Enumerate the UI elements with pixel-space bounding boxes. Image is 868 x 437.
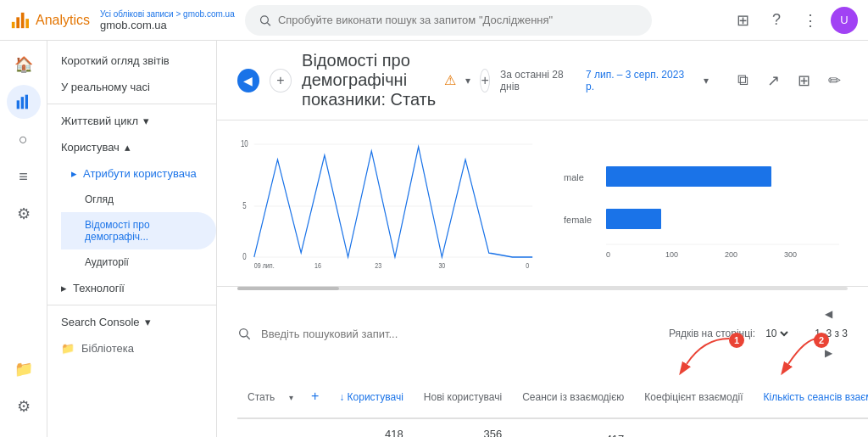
table-toolbar: Рядків на сторінці: 10 25 50 ◀ 1–3 з 3 ▶ <box>237 290 848 377</box>
lifecycle-group[interactable]: Життєвий цикл ▾ <box>47 108 216 134</box>
user-attributes-group[interactable]: ▸ Атрибути користувача <box>61 160 216 187</box>
home-icon-nav[interactable]: 🏠 <box>7 48 41 81</box>
svg-text:female: female <box>564 215 592 225</box>
total-label <box>237 418 329 437</box>
user-group[interactable]: Користувач ▴ <box>47 134 216 160</box>
svg-text:200: 200 <box>725 250 737 259</box>
share-icon-button[interactable]: ↗ <box>760 67 787 94</box>
prev-page-button[interactable]: ◀ <box>815 300 842 328</box>
add-comparison-button[interactable]: + <box>270 69 292 92</box>
report-overview-item[interactable]: Короткий огляд звітів <box>47 48 216 74</box>
svg-text:30: 30 <box>438 261 445 270</box>
search-bar[interactable] <box>245 5 652 36</box>
svg-text:5: 5 <box>242 201 246 210</box>
table-search-input[interactable] <box>261 328 515 340</box>
icon-sidebar: 🏠 ○ ≡ ⚙ 📁 ⚙ <box>0 41 47 437</box>
demographic-details-item[interactable]: Відомості про демографіч... <box>61 212 216 249</box>
svg-text:100: 100 <box>665 250 678 259</box>
search-console-group[interactable]: Search Console ▾ <box>47 309 216 335</box>
title-dropdown-button[interactable]: ▾ <box>463 67 473 94</box>
svg-rect-1 <box>16 17 19 28</box>
svg-rect-22 <box>606 166 771 187</box>
col-header-sessions[interactable]: Сеанси із взаємодією <box>512 377 634 418</box>
svg-text:0: 0 <box>242 252 246 261</box>
svg-rect-8 <box>25 95 27 109</box>
table-area: Рядків на сторінці: 10 25 50 ◀ 1–3 з 3 ▶ <box>217 290 868 437</box>
svg-text:0: 0 <box>606 250 610 259</box>
compare-icon-button[interactable]: ⧉ <box>729 67 756 94</box>
settings-icon-nav[interactable]: ⚙ <box>7 197 41 231</box>
edit-icon-button[interactable]: ✏ <box>821 67 848 94</box>
rows-per-page-select[interactable]: 10 25 50 <box>762 327 791 340</box>
col-header-gender[interactable]: Стать ▾ + <box>237 377 329 418</box>
account-info: Усі облікові записи > gmob.com.ua gmob.c… <box>100 9 235 31</box>
svg-point-29 <box>240 329 248 337</box>
help-button[interactable]: ? <box>763 7 790 34</box>
nav-sidebar: Короткий огляд звітів У реальному часі Ж… <box>47 41 217 437</box>
svg-line-5 <box>267 22 270 25</box>
svg-rect-3 <box>25 19 29 28</box>
total-rate: 50% Сер. 0% <box>634 418 753 437</box>
col-header-rate[interactable]: Коефіцієнт взаємодії <box>634 377 753 418</box>
account-records[interactable]: Усі облікові записи > gmob.com.ua <box>100 9 235 19</box>
title-add-button[interactable]: + <box>480 69 490 92</box>
svg-text:23: 23 <box>375 261 381 270</box>
folder-icon-nav[interactable]: 📁 <box>7 352 41 386</box>
line-chart-svg: 10 5 0 09 лип. 16 23 30 0 <box>237 134 546 270</box>
lifecycle-chevron: ▾ <box>143 115 149 127</box>
warning-icon: ⚠ <box>444 72 456 88</box>
overview-item[interactable]: Огляд <box>61 187 216 212</box>
svg-text:300: 300 <box>784 250 797 259</box>
date-range-chevron[interactable]: ▾ <box>693 67 719 94</box>
svg-rect-6 <box>16 100 19 109</box>
svg-rect-0 <box>12 21 15 27</box>
gender-sort-button[interactable]: ▾ <box>278 384 305 411</box>
user-chevron: ▴ <box>125 141 131 154</box>
account-name[interactable]: gmob.com.ua <box>100 19 235 31</box>
next-page-button[interactable]: ▶ <box>815 339 842 367</box>
avatar[interactable]: U <box>831 7 858 34</box>
svg-text:male: male <box>564 172 584 182</box>
app-title: Analytics <box>36 13 90 28</box>
date-range-picker[interactable]: 7 лип. – 3 серп. 2023 р. <box>586 69 687 92</box>
realtime-item[interactable]: У реальному часі <box>47 74 216 100</box>
main-layout: 🏠 ○ ≡ ⚙ 📁 ⚙ Короткий огляд звітів У реал… <box>0 41 868 437</box>
total-row: 418 100% від загального підсумку 356 100… <box>237 418 868 437</box>
bar-chart-icon-nav[interactable] <box>7 85 41 119</box>
col-header-new-users[interactable]: Нові користувачі <box>414 377 512 418</box>
rows-per-page: Рядків на сторінці: 10 25 50 <box>669 327 791 340</box>
divider-2 <box>47 305 216 305</box>
chart-icon-button[interactable]: ⊞ <box>790 67 817 94</box>
logo-area: Analytics <box>10 11 90 30</box>
page-title: Відомості про демографічні показники: Ст… <box>302 51 437 109</box>
col-header-per-user[interactable]: Кількість сеансів взаємодії на користува… <box>754 377 868 418</box>
top-right-actions: ⊞ ? ⋮ U <box>729 7 858 34</box>
back-button[interactable]: ◀ <box>237 69 259 92</box>
main-content: ◀ + Відомості про демографічні показники… <box>217 41 868 437</box>
more-button[interactable]: ⋮ <box>797 7 824 34</box>
search-icon <box>259 14 271 27</box>
search-input[interactable] <box>278 14 638 26</box>
bar-chart: male female 0 100 200 300 <box>559 134 848 272</box>
gear-icon-nav[interactable]: ⚙ <box>7 389 41 423</box>
total-per-user: 1,00 Сер. 0% <box>754 418 868 437</box>
total-new-users: 356 100% від загального підсумку <box>414 418 512 437</box>
svg-rect-2 <box>21 12 25 27</box>
funnel-icon-nav[interactable]: ≡ <box>7 160 41 193</box>
audiences-item[interactable]: Аудиторії <box>61 249 216 275</box>
svg-text:10: 10 <box>241 139 248 148</box>
apps-button[interactable]: ⊞ <box>729 7 756 34</box>
svg-point-4 <box>260 15 268 23</box>
library-item[interactable]: 📁 Бібліотека <box>47 335 216 361</box>
search-console-chevron: ▾ <box>145 316 151 328</box>
technologies-group[interactable]: ▸ Технології <box>47 275 216 301</box>
add-column-button[interactable]: + <box>311 389 319 403</box>
page-title-area: Відомості про демографічні показники: Ст… <box>302 51 490 109</box>
charts-area: 10 5 0 09 лип. 16 23 30 0 <box>217 120 868 287</box>
col-header-users[interactable]: ↓ Користувачі <box>329 377 414 418</box>
table-wrapper: Стать ▾ + ↓ Користувачі Нові користувачі <box>237 377 848 437</box>
top-bar: Analytics Усі облікові записи > gmob.com… <box>0 0 868 41</box>
bar-chart-svg: male female 0 100 200 300 <box>559 134 848 270</box>
svg-rect-7 <box>20 97 23 109</box>
explore-icon-nav[interactable]: ○ <box>7 122 41 156</box>
